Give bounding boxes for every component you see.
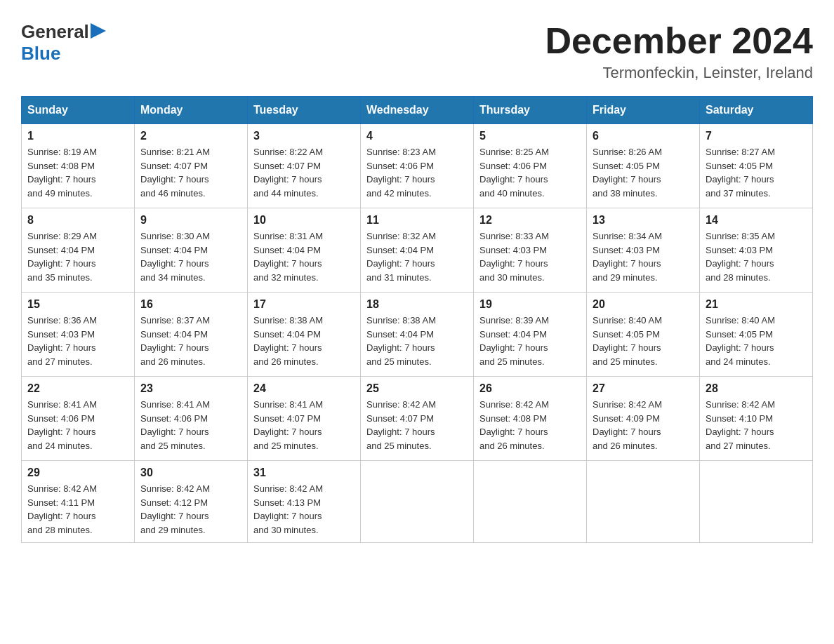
day-info: Sunrise: 8:42 AMSunset: 4:11 PMDaylight:…	[27, 483, 97, 535]
day-number: 2	[140, 130, 241, 142]
day-info: Sunrise: 8:41 AMSunset: 4:07 PMDaylight:…	[253, 399, 323, 451]
day-info: Sunrise: 8:37 AMSunset: 4:04 PMDaylight:…	[140, 315, 210, 367]
logo-flag-icon	[91, 23, 106, 39]
calendar-day-cell: 15 Sunrise: 8:36 AMSunset: 4:03 PMDaylig…	[22, 293, 135, 377]
day-info: Sunrise: 8:42 AMSunset: 4:10 PMDaylight:…	[706, 399, 775, 451]
calendar-day-cell: 11 Sunrise: 8:32 AMSunset: 4:04 PMDaylig…	[361, 208, 474, 293]
day-number: 17	[253, 298, 355, 311]
day-number: 24	[253, 382, 355, 395]
day-number: 7	[706, 130, 807, 142]
calendar-day-cell: 29 Sunrise: 8:42 AMSunset: 4:11 PMDaylig…	[22, 461, 135, 543]
calendar-day-cell: 23 Sunrise: 8:41 AMSunset: 4:06 PMDaylig…	[135, 377, 248, 461]
calendar-day-cell: 31 Sunrise: 8:42 AMSunset: 4:13 PMDaylig…	[248, 461, 361, 543]
day-number: 23	[140, 382, 241, 395]
day-info: Sunrise: 8:26 AMSunset: 4:05 PMDaylight:…	[593, 147, 662, 199]
day-number: 29	[27, 467, 128, 479]
day-info: Sunrise: 8:33 AMSunset: 4:03 PMDaylight:…	[479, 231, 549, 283]
calendar-day-cell: 8 Sunrise: 8:29 AMSunset: 4:04 PMDayligh…	[22, 208, 135, 293]
day-of-week-header: Thursday	[474, 97, 587, 124]
day-info: Sunrise: 8:35 AMSunset: 4:03 PMDaylight:…	[706, 231, 775, 283]
day-info: Sunrise: 8:29 AMSunset: 4:04 PMDaylight:…	[27, 231, 97, 283]
day-info: Sunrise: 8:21 AMSunset: 4:07 PMDaylight:…	[140, 147, 210, 199]
location-text: Termonfeckin, Leinster, Ireland	[545, 64, 813, 82]
day-info: Sunrise: 8:36 AMSunset: 4:03 PMDaylight:…	[27, 315, 97, 367]
day-number: 19	[479, 298, 581, 311]
calendar-table: SundayMondayTuesdayWednesdayThursdayFrid…	[21, 96, 813, 543]
day-number: 25	[366, 382, 468, 395]
day-info: Sunrise: 8:42 AMSunset: 4:07 PMDaylight:…	[366, 399, 436, 451]
day-info: Sunrise: 8:38 AMSunset: 4:04 PMDaylight:…	[253, 315, 323, 367]
calendar-day-cell: 17 Sunrise: 8:38 AMSunset: 4:04 PMDaylig…	[248, 293, 361, 377]
calendar-day-cell: 26 Sunrise: 8:42 AMSunset: 4:08 PMDaylig…	[474, 377, 587, 461]
logo: General Blue	[21, 21, 106, 65]
calendar-week-row: 8 Sunrise: 8:29 AMSunset: 4:04 PMDayligh…	[22, 208, 813, 293]
day-number: 21	[706, 298, 807, 311]
day-info: Sunrise: 8:32 AMSunset: 4:04 PMDaylight:…	[366, 231, 436, 283]
day-info: Sunrise: 8:41 AMSunset: 4:06 PMDaylight:…	[27, 399, 97, 451]
day-info: Sunrise: 8:40 AMSunset: 4:05 PMDaylight:…	[706, 315, 775, 367]
day-info: Sunrise: 8:22 AMSunset: 4:07 PMDaylight:…	[253, 147, 323, 199]
day-number: 5	[479, 130, 581, 142]
day-of-week-header: Sunday	[22, 97, 135, 124]
calendar-day-cell: 25 Sunrise: 8:42 AMSunset: 4:07 PMDaylig…	[361, 377, 474, 461]
calendar-week-row: 1 Sunrise: 8:19 AMSunset: 4:08 PMDayligh…	[22, 124, 813, 208]
day-number: 14	[706, 214, 807, 227]
day-number: 18	[366, 298, 468, 311]
day-number: 28	[706, 382, 807, 395]
month-title: December 2024	[545, 21, 813, 61]
day-info: Sunrise: 8:25 AMSunset: 4:06 PMDaylight:…	[479, 147, 549, 199]
day-info: Sunrise: 8:30 AMSunset: 4:04 PMDaylight:…	[140, 231, 210, 283]
calendar-day-cell	[700, 461, 813, 543]
day-info: Sunrise: 8:31 AMSunset: 4:04 PMDaylight:…	[253, 231, 323, 283]
calendar-header-row: SundayMondayTuesdayWednesdayThursdayFrid…	[22, 97, 813, 124]
day-info: Sunrise: 8:42 AMSunset: 4:09 PMDaylight:…	[593, 399, 662, 451]
calendar-day-cell: 7 Sunrise: 8:27 AMSunset: 4:05 PMDayligh…	[700, 124, 813, 208]
day-number: 27	[593, 382, 694, 395]
calendar-day-cell: 20 Sunrise: 8:40 AMSunset: 4:05 PMDaylig…	[587, 293, 700, 377]
calendar-day-cell: 6 Sunrise: 8:26 AMSunset: 4:05 PMDayligh…	[587, 124, 700, 208]
calendar-day-cell: 10 Sunrise: 8:31 AMSunset: 4:04 PMDaylig…	[248, 208, 361, 293]
day-info: Sunrise: 8:19 AMSunset: 4:08 PMDaylight:…	[27, 147, 97, 199]
logo-blue-text: Blue	[21, 43, 60, 65]
page-header: General Blue December 2024 Termonfeckin,…	[21, 21, 813, 82]
day-info: Sunrise: 8:42 AMSunset: 4:08 PMDaylight:…	[479, 399, 549, 451]
day-number: 26	[479, 382, 581, 395]
calendar-day-cell: 22 Sunrise: 8:41 AMSunset: 4:06 PMDaylig…	[22, 377, 135, 461]
day-number: 22	[27, 382, 128, 395]
calendar-day-cell: 12 Sunrise: 8:33 AMSunset: 4:03 PMDaylig…	[474, 208, 587, 293]
day-number: 1	[27, 130, 128, 142]
calendar-day-cell	[474, 461, 587, 543]
calendar-week-row: 29 Sunrise: 8:42 AMSunset: 4:11 PMDaylig…	[22, 461, 813, 543]
calendar-day-cell: 3 Sunrise: 8:22 AMSunset: 4:07 PMDayligh…	[248, 124, 361, 208]
day-number: 10	[253, 214, 355, 227]
day-number: 12	[479, 214, 581, 227]
day-number: 4	[366, 130, 468, 142]
day-number: 30	[140, 467, 241, 479]
calendar-day-cell: 30 Sunrise: 8:42 AMSunset: 4:12 PMDaylig…	[135, 461, 248, 543]
calendar-day-cell: 18 Sunrise: 8:38 AMSunset: 4:04 PMDaylig…	[361, 293, 474, 377]
day-number: 3	[253, 130, 355, 142]
day-info: Sunrise: 8:27 AMSunset: 4:05 PMDaylight:…	[706, 147, 775, 199]
day-number: 6	[593, 130, 694, 142]
day-info: Sunrise: 8:41 AMSunset: 4:06 PMDaylight:…	[140, 399, 210, 451]
calendar-day-cell: 27 Sunrise: 8:42 AMSunset: 4:09 PMDaylig…	[587, 377, 700, 461]
calendar-day-cell: 9 Sunrise: 8:30 AMSunset: 4:04 PMDayligh…	[135, 208, 248, 293]
day-number: 16	[140, 298, 241, 311]
svg-marker-0	[91, 23, 106, 39]
day-number: 31	[253, 467, 355, 479]
day-info: Sunrise: 8:42 AMSunset: 4:13 PMDaylight:…	[253, 483, 323, 535]
day-number: 8	[27, 214, 128, 227]
logo-general-text: General	[21, 21, 89, 43]
day-info: Sunrise: 8:39 AMSunset: 4:04 PMDaylight:…	[479, 315, 549, 367]
day-of-week-header: Wednesday	[361, 97, 474, 124]
calendar-day-cell: 13 Sunrise: 8:34 AMSunset: 4:03 PMDaylig…	[587, 208, 700, 293]
calendar-day-cell	[361, 461, 474, 543]
day-number: 13	[593, 214, 694, 227]
day-info: Sunrise: 8:23 AMSunset: 4:06 PMDaylight:…	[366, 147, 436, 199]
calendar-day-cell: 5 Sunrise: 8:25 AMSunset: 4:06 PMDayligh…	[474, 124, 587, 208]
calendar-day-cell	[587, 461, 700, 543]
day-of-week-header: Saturday	[700, 97, 813, 124]
day-info: Sunrise: 8:34 AMSunset: 4:03 PMDaylight:…	[593, 231, 662, 283]
calendar-day-cell: 1 Sunrise: 8:19 AMSunset: 4:08 PMDayligh…	[22, 124, 135, 208]
calendar-day-cell: 16 Sunrise: 8:37 AMSunset: 4:04 PMDaylig…	[135, 293, 248, 377]
